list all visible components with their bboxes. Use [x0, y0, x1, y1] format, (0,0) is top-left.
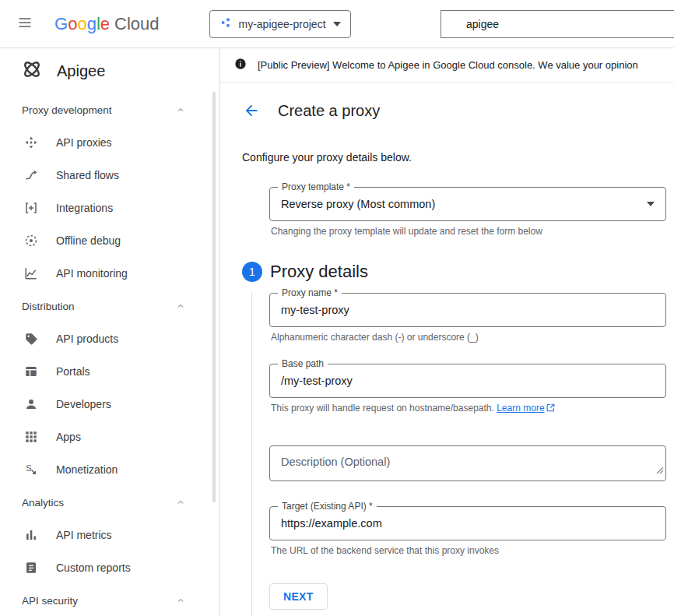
- main-content: [Public Preview] Welcome to Apigee in Go…: [220, 48, 674, 616]
- back-button[interactable]: [242, 101, 261, 120]
- sidebar: Apigee Proxy development API proxies Sha…: [0, 48, 220, 616]
- sidebar-item-custom-reports[interactable]: Custom reports: [0, 551, 219, 584]
- chevron-down-icon: [647, 202, 655, 206]
- sidebar-scrollbar[interactable]: [212, 92, 216, 502]
- chevron-up-icon: [176, 498, 185, 507]
- custom-reports-icon: [23, 560, 39, 576]
- sidebar-item-label: Shared flows: [56, 169, 119, 181]
- hamburger-menu-button[interactable]: [16, 15, 34, 33]
- proxy-name-value: my-test-proxy: [281, 304, 349, 316]
- sidebar-item-label: API proxies: [56, 136, 112, 149]
- sidebar-item-label: API monitoring: [56, 267, 128, 280]
- base-path-helper: This proxy will handle request on hostna…: [269, 403, 674, 414]
- section-analytics[interactable]: Analytics: [0, 486, 219, 519]
- sidebar-item-developers[interactable]: Developers: [0, 388, 219, 421]
- sidebar-item-label: Custom reports: [56, 561, 131, 574]
- sidebar-item-label: Offline debug: [56, 234, 121, 247]
- hamburger-icon: [17, 15, 33, 33]
- section-distribution[interactable]: Distribution: [0, 290, 219, 322]
- sidebar-item-portals[interactable]: Portals: [0, 355, 219, 388]
- sidebar-item-monetization[interactable]: S Monetization: [0, 453, 219, 486]
- product-name: Apigee: [57, 62, 105, 80]
- logo-letter: g: [87, 14, 97, 34]
- chevron-up-icon: [176, 105, 185, 114]
- sidebar-item-label: Portals: [56, 365, 90, 378]
- base-path-group: Base path /my-test-proxy This proxy will…: [269, 364, 674, 414]
- proxy-template-select[interactable]: Proxy template * Reverse proxy (Most com…: [269, 187, 666, 221]
- proxy-name-field[interactable]: Proxy name * my-test-proxy: [269, 293, 666, 327]
- portals-icon: [23, 364, 39, 379]
- logo-cloud-text: Cloud: [114, 14, 159, 34]
- sidebar-item-api-metrics[interactable]: API metrics: [0, 519, 219, 551]
- step-title: Proxy details: [270, 262, 368, 282]
- section-label: Proxy development: [22, 104, 112, 116]
- proxy-name-helper: Alphanumeric character dash (-) or under…: [269, 332, 674, 343]
- sidebar-item-label: API metrics: [56, 529, 112, 541]
- proxy-template-helper: Changing the proxy template will update …: [269, 226, 674, 237]
- target-group: Target (Existing API) * https://example.…: [269, 506, 674, 556]
- apigee-logo: [20, 58, 44, 84]
- description-input[interactable]: [269, 445, 666, 481]
- step1-header: 1 Proxy details: [242, 262, 674, 282]
- project-icon: [219, 16, 232, 32]
- next-button[interactable]: NEXT: [269, 583, 328, 610]
- project-selector[interactable]: my-apigee-project: [209, 10, 351, 38]
- api-monitoring-icon: [23, 266, 39, 281]
- section-label: API security: [22, 595, 78, 607]
- sidebar-item-offline-debug[interactable]: Offline debug: [0, 224, 219, 257]
- target-helper: The URL of the backend service that this…: [269, 545, 674, 556]
- section-proxy-development[interactable]: Proxy development: [0, 93, 219, 126]
- target-value: https://example.com: [281, 517, 382, 530]
- sidebar-item-apps[interactable]: Apps: [0, 421, 219, 453]
- api-proxies-icon: [23, 135, 39, 150]
- logo-letter: o: [77, 14, 86, 34]
- description-group: [269, 445, 674, 481]
- public-preview-banner: [Public Preview] Welcome to Apigee in Go…: [220, 48, 674, 83]
- chevron-down-icon: [333, 22, 341, 26]
- chevron-up-icon: [176, 301, 185, 311]
- api-metrics-icon: [23, 527, 39, 543]
- section-label: Distribution: [22, 301, 75, 312]
- chevron-up-icon: [176, 596, 185, 605]
- proxy-name-label: Proxy name *: [278, 287, 342, 299]
- search-box: [441, 10, 674, 38]
- sidebar-item-api-monitoring[interactable]: API monitoring: [0, 257, 219, 290]
- intro-text: Configure your proxy details below.: [242, 151, 674, 164]
- logo-letter: G: [54, 14, 68, 34]
- svg-text:S: S: [26, 463, 32, 473]
- monetization-icon: S: [23, 462, 39, 477]
- section-api-security[interactable]: API security: [0, 584, 219, 616]
- offline-debug-icon: [23, 233, 39, 248]
- create-proxy-page: Create a proxy Configure your proxy deta…: [220, 83, 674, 616]
- step-number-badge: 1: [242, 262, 262, 282]
- external-link-icon: [546, 403, 555, 414]
- target-field[interactable]: Target (Existing API) * https://example.…: [269, 506, 666, 540]
- sidebar-item-label: Integrations: [56, 202, 113, 214]
- section-label: Analytics: [22, 497, 64, 509]
- proxy-name-group: Proxy name * my-test-proxy Alphanumeric …: [269, 293, 674, 343]
- project-selector-label: my-apigee-project: [239, 18, 326, 30]
- sidebar-item-shared-flows[interactable]: Shared flows: [0, 159, 219, 192]
- sidebar-item-api-proxies[interactable]: API proxies: [0, 126, 219, 159]
- api-products-icon: [23, 331, 39, 347]
- proxy-template-value: Reverse proxy (Most common): [281, 198, 435, 210]
- proxy-template-group: Proxy template * Reverse proxy (Most com…: [269, 187, 674, 237]
- sidebar-item-integrations[interactable]: Integrations: [0, 192, 219, 224]
- search-input[interactable]: [441, 11, 674, 37]
- base-path-field[interactable]: Base path /my-test-proxy: [269, 364, 666, 398]
- sidebar-item-label: Monetization: [56, 463, 118, 476]
- developers-icon: [23, 396, 39, 412]
- sidebar-header: Apigee: [0, 48, 219, 93]
- learn-more-link[interactable]: Learn more: [497, 403, 544, 414]
- base-path-helper-text: This proxy will handle request on hostna…: [271, 403, 494, 414]
- topbar: G o o g l e Cloud my-apigee-project: [0, 0, 674, 48]
- integrations-icon: [23, 200, 39, 216]
- sidebar-item-api-products[interactable]: API products: [0, 322, 219, 355]
- apps-icon: [23, 429, 39, 445]
- shared-flows-icon: [23, 167, 39, 183]
- page-header: Create a proxy: [242, 98, 674, 123]
- sidebar-item-label: Developers: [56, 398, 111, 410]
- logo-letter: e: [100, 14, 110, 34]
- google-cloud-logo: G o o g l e Cloud: [54, 14, 160, 34]
- banner-text: [Public Preview] Welcome to Apigee in Go…: [258, 59, 638, 71]
